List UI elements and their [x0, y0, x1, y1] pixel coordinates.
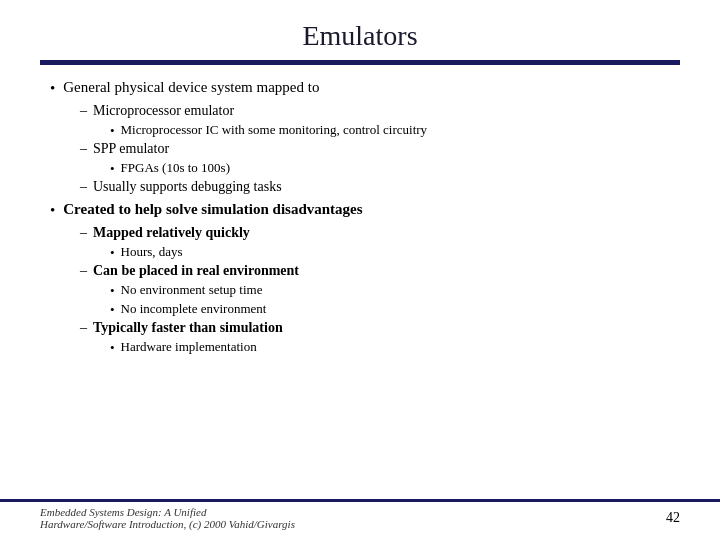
- dash-1-3-text: Usually supports debugging tasks: [93, 179, 282, 195]
- bullet-1-2: – SPP emulator: [80, 141, 670, 157]
- bullet-1-3: – Usually supports debugging tasks: [80, 179, 670, 195]
- bullet-2-2-2: • No incomplete environment: [110, 301, 670, 318]
- bullet-marker-2: •: [50, 202, 55, 219]
- top-divider: [40, 60, 680, 65]
- dot-2-2-2: •: [110, 302, 115, 318]
- footer-line1: Embedded Systems Design: A Unified: [40, 506, 295, 518]
- dot-2-2-2-text: No incomplete environment: [121, 301, 267, 317]
- dot-2-3-1: •: [110, 340, 115, 356]
- dot-1-2-1-text: FPGAs (10s to 100s): [121, 160, 230, 176]
- dash-1-3: –: [80, 179, 87, 195]
- dash-2-2-text: Can be placed in real environment: [93, 263, 299, 279]
- footer: Embedded Systems Design: A Unified Hardw…: [40, 506, 680, 530]
- slide-title: Emulators: [40, 20, 680, 52]
- page-number: 42: [666, 510, 680, 526]
- bullet-1-text: General physical device system mapped to: [63, 79, 319, 96]
- bullet-2-3: – Typically faster than simulation: [80, 320, 670, 336]
- dash-2-2: –: [80, 263, 87, 279]
- dash-2-3-text: Typically faster than simulation: [93, 320, 283, 336]
- bullet-2-1-1: • Hours, days: [110, 244, 670, 261]
- bullet-2-3-1: • Hardware implementation: [110, 339, 670, 356]
- bullet-marker-1: •: [50, 80, 55, 97]
- footer-line2: Hardware/Software Introduction, (c) 2000…: [40, 518, 295, 530]
- dash-2-1: –: [80, 225, 87, 241]
- bullet-1-2-1: • FPGAs (10s to 100s): [110, 160, 670, 177]
- bullet-2: • Created to help solve simulation disad…: [50, 201, 670, 219]
- dot-2-1-1: •: [110, 245, 115, 261]
- bullet-1-1: – Microprocessor emulator: [80, 103, 670, 119]
- bullet-1: • General physical device system mapped …: [50, 79, 670, 97]
- bullet-2-2-1: • No environment setup time: [110, 282, 670, 299]
- bottom-divider: [0, 499, 720, 502]
- dot-2-2-1: •: [110, 283, 115, 299]
- dash-1-1-text: Microprocessor emulator: [93, 103, 234, 119]
- dash-1-2: –: [80, 141, 87, 157]
- dot-1-1-1-text: Microprocessor IC with some monitoring, …: [121, 122, 428, 138]
- dash-1-2-text: SPP emulator: [93, 141, 169, 157]
- dot-2-1-1-text: Hours, days: [121, 244, 183, 260]
- bullet-2-2: – Can be placed in real environment: [80, 263, 670, 279]
- dash-2-3: –: [80, 320, 87, 336]
- dot-1-2-1: •: [110, 161, 115, 177]
- content-area: • General physical device system mapped …: [40, 79, 680, 356]
- dash-2-1-text: Mapped relatively quickly: [93, 225, 250, 241]
- dot-1-1-1: •: [110, 123, 115, 139]
- bullet-2-text: Created to help solve simulation disadva…: [63, 201, 362, 218]
- footer-citation: Embedded Systems Design: A Unified Hardw…: [40, 506, 295, 530]
- dash-1-1: –: [80, 103, 87, 119]
- dot-2-2-1-text: No environment setup time: [121, 282, 263, 298]
- slide: Emulators • General physical device syst…: [0, 0, 720, 540]
- bullet-2-1: – Mapped relatively quickly: [80, 225, 670, 241]
- dot-2-3-1-text: Hardware implementation: [121, 339, 257, 355]
- bullet-1-1-1: • Microprocessor IC with some monitoring…: [110, 122, 670, 139]
